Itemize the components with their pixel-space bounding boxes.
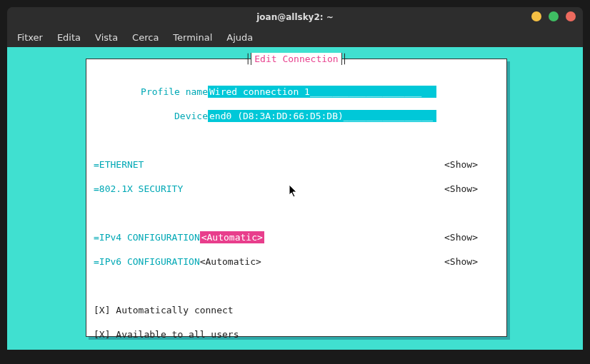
section-ethernet[interactable]: ETHERNET	[99, 158, 144, 171]
minimize-button[interactable]	[531, 11, 541, 21]
profile-name-input[interactable]: Wired connection 1____________________	[208, 86, 436, 98]
ethernet-show[interactable]: <Show>	[444, 158, 499, 171]
auto-connect-checkbox[interactable]: [X] Automatically connect	[94, 304, 234, 316]
section-ipv4[interactable]: IPv4 CONFIGURATION	[99, 231, 200, 243]
maximize-button[interactable]	[549, 11, 559, 21]
nmtui-edit-connection-dialog: ┤ Edit Connection ├ Profile name Wired c…	[86, 59, 507, 337]
terminal-window: joan@allsky2: ~ Fitxer Edita Vista Cerca…	[7, 7, 583, 350]
sec8021x-show[interactable]: <Show>	[444, 183, 499, 195]
device-label: Device	[94, 110, 208, 122]
titlebar: joan@allsky2: ~	[7, 7, 583, 27]
profile-name-label: Profile name	[94, 86, 208, 98]
window-controls	[531, 11, 576, 21]
ipv4-show[interactable]: <Show>	[444, 231, 499, 243]
ipv6-show[interactable]: <Show>	[444, 256, 499, 268]
dialog-title: Edit Connection	[251, 53, 341, 65]
ipv4-mode-selector[interactable]: <Automatic>	[200, 231, 264, 243]
section-8021x[interactable]: 802.1X SECURITY	[99, 183, 183, 195]
device-input[interactable]: end0 (D8:3A:DD:66:D5:DB)________________	[208, 110, 436, 122]
close-button[interactable]	[566, 11, 576, 21]
menu-search[interactable]: Cerca	[132, 32, 159, 43]
ipv6-mode-selector[interactable]: <Automatic>	[200, 256, 261, 268]
menu-file[interactable]: Fitxer	[17, 32, 43, 43]
window-title: joan@allsky2: ~	[256, 12, 334, 22]
menu-edit[interactable]: Edita	[57, 32, 81, 43]
section-ipv6[interactable]: IPv6 CONFIGURATION	[99, 256, 200, 268]
all-users-checkbox[interactable]: [X] Available to all users	[94, 328, 239, 340]
menu-view[interactable]: Vista	[95, 32, 118, 43]
menu-help[interactable]: Ajuda	[226, 32, 253, 43]
menu-terminal[interactable]: Terminal	[173, 32, 212, 43]
menubar: Fitxer Edita Vista Cerca Terminal Ajuda	[7, 27, 583, 47]
terminal-viewport[interactable]: ┤ Edit Connection ├ Profile name Wired c…	[7, 47, 583, 350]
